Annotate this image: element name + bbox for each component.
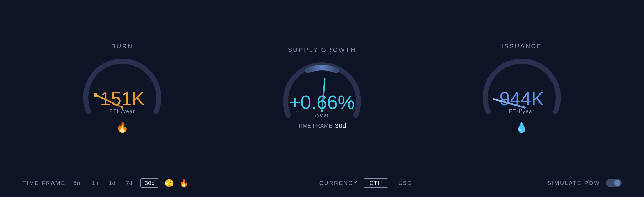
burn-panel: BURN [27, 43, 218, 133]
simulate-pow-toggle[interactable] [606, 179, 622, 187]
burn-icon: 🔥 [116, 122, 129, 133]
emoji-fire-btn[interactable]: 🔥 [179, 179, 188, 187]
timeframe-5m-btn[interactable]: 5m [71, 179, 84, 187]
supply-growth-value: +0.66% [289, 93, 355, 112]
burn-gauge-container: 151K ETH/year [77, 53, 167, 117]
issuance-unit: ETH/year [499, 109, 544, 114]
toggle-knob [614, 180, 620, 186]
issuance-value: 944K [499, 89, 544, 108]
currency-label: CURRENCY [319, 180, 358, 186]
dashboard: BURN [0, 0, 644, 197]
issuance-value-container: 944K ETH/year [499, 89, 544, 114]
gauges-row: BURN [0, 0, 644, 170]
burn-title: BURN [111, 43, 133, 50]
supply-growth-title: SUPPLY GROWTH [288, 46, 356, 54]
currency-group: CURRENCY ETH USD [319, 178, 416, 188]
burn-value: 151K [100, 89, 145, 108]
supply-growth-timeframe-value: 30d [335, 122, 346, 130]
burn-unit: ETH/year [100, 109, 145, 114]
currency-usd-btn[interactable]: USD [394, 179, 416, 187]
timeframe-1h-btn[interactable]: 1h [90, 179, 101, 187]
supply-growth-value-container: +0.66% /year [289, 93, 355, 118]
issuance-icon: 💧 [515, 122, 528, 133]
divider-1 [254, 175, 254, 191]
timeframe-group: TIME FRAME 5m 1h 1d 7d 30d 🫣 🔥 [22, 178, 188, 188]
supply-growth-panel: SUPPLY GROWTH [226, 46, 418, 130]
issuance-title: ISSUANCE [501, 43, 542, 50]
supply-growth-unit: /year [289, 112, 355, 118]
timeframe-1d-btn[interactable]: 1d [106, 179, 118, 187]
burn-value-container: 151K ETH/year [100, 89, 145, 114]
currency-eth-btn[interactable]: ETH [364, 178, 388, 188]
supply-growth-gauge-container: +0.66% /year [277, 56, 367, 121]
divider-2 [482, 175, 482, 191]
issuance-panel: ISSUANCE [426, 43, 617, 133]
svg-point-1 [94, 93, 97, 97]
emoji-face-btn[interactable]: 🫣 [165, 179, 174, 187]
supply-growth-timeframe: TIME FRAME 30d [298, 122, 346, 130]
issuance-gauge-container: 944K ETH/year [477, 53, 567, 117]
simulate-pow-group: SIMULATE PoW [547, 179, 622, 187]
timeframe-30d-btn[interactable]: 30d [140, 178, 159, 188]
simulate-label: SIMULATE PoW [547, 180, 600, 186]
supply-growth-timeframe-label: TIME FRAME [298, 123, 332, 129]
controls-row: TIME FRAME 5m 1h 1d 7d 30d 🫣 🔥 CURRENCY … [0, 170, 644, 197]
timeframe-label: TIME FRAME [22, 180, 65, 186]
timeframe-7d-btn[interactable]: 7d [124, 179, 135, 187]
